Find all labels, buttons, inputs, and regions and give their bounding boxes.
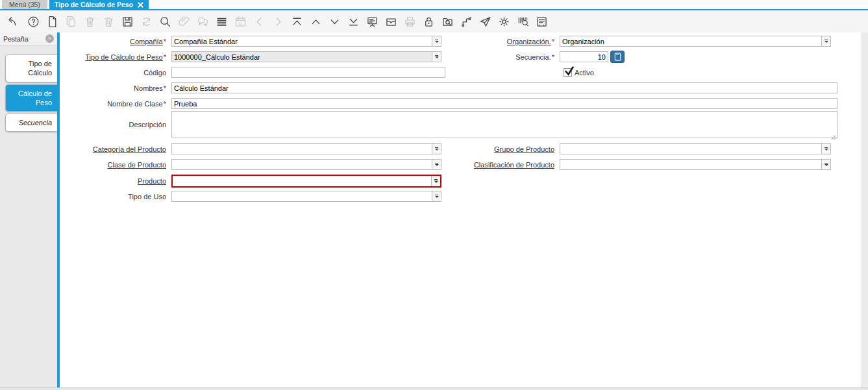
row-compania-organizacion: Compañía * Organización. *	[62, 36, 868, 47]
delete-selection-icon	[101, 14, 116, 29]
sidebar-item-calculo-de-peso[interactable]: Cálculo de Peso	[5, 84, 57, 112]
main-area: Pestaña « Tipo de Cálculo Cálculo de Pes…	[0, 32, 868, 387]
chevron-down-icon[interactable]	[432, 144, 441, 154]
compania-input[interactable]	[172, 36, 432, 46]
window-tab-bar: Menú (35) Tipo de Cálculo de Peso	[0, 0, 868, 10]
chevron-down-icon[interactable]	[821, 144, 830, 154]
tipo-uso-input[interactable]	[172, 191, 432, 201]
grid-toggle-icon[interactable]	[214, 14, 229, 29]
save-icon[interactable]	[120, 14, 134, 29]
required-asterisk: *	[164, 84, 166, 92]
row-descripcion: Descripción	[62, 111, 868, 138]
activo-checkbox-group: Activo	[564, 68, 594, 77]
compania-combobox[interactable]	[171, 36, 441, 47]
chevron-down-icon[interactable]	[821, 36, 830, 46]
required-asterisk: *	[164, 100, 166, 108]
sidebar-item-secuencia[interactable]: Secuencia	[5, 114, 57, 132]
lock-icon[interactable]	[421, 14, 436, 29]
help-icon[interactable]	[26, 14, 40, 29]
detail-record-icon	[271, 14, 285, 29]
required-asterisk: *	[552, 53, 554, 61]
nombre-clase-label: Nombre de Clase *	[62, 100, 171, 108]
row-codigo-activo: Código Activo	[62, 67, 868, 78]
sidebar-tab-list: Tipo de Cálculo Cálculo de Peso Secuenci…	[0, 45, 57, 132]
first-record-icon[interactable]	[290, 14, 304, 29]
new-record-icon[interactable]	[45, 14, 59, 29]
workflow-icon[interactable]	[459, 14, 473, 29]
last-record-icon[interactable]	[346, 14, 360, 29]
codigo-label: Código	[62, 69, 171, 77]
secuencia-label: Secuencia. *	[441, 53, 560, 61]
organizacion-combobox[interactable]	[560, 36, 831, 47]
organizacion-label: Organización. *	[441, 38, 560, 45]
record-info-icon[interactable]	[440, 14, 454, 29]
collapse-sidebar-icon[interactable]: «	[45, 34, 54, 43]
toolbar: 31	[0, 10, 868, 32]
row-tipo-calculo-secuencia: Tipo de Cálculo de Peso * Secuencia. *	[62, 51, 868, 62]
chevron-down-icon[interactable]	[432, 52, 441, 62]
codigo-input[interactable]	[171, 67, 445, 78]
chevron-down-icon[interactable]	[431, 176, 440, 186]
grupo-producto-label: Grupo de Producto	[441, 145, 560, 153]
form-panel: Compañía * Organización. *	[60, 32, 868, 387]
tipo-uso-combobox[interactable]	[171, 191, 441, 202]
grupo-producto-input[interactable]	[560, 144, 821, 154]
row-tipo-uso: Tipo de Uso	[62, 191, 868, 202]
row-producto: Producto	[62, 175, 868, 188]
activo-checkbox[interactable]	[564, 68, 572, 77]
find-icon[interactable]	[158, 14, 172, 29]
tab-tipo-de-calculo-de-peso[interactable]: Tipo de Cálculo de Peso	[49, 0, 149, 9]
tab-label: Tipo de Cálculo de Peso	[55, 1, 133, 8]
clasificacion-producto-input[interactable]	[560, 160, 821, 169]
product-info-icon[interactable]	[515, 14, 530, 29]
resize-handle-icon[interactable]	[831, 131, 836, 136]
report-icon[interactable]	[365, 14, 379, 29]
chevron-down-icon[interactable]	[432, 160, 441, 169]
sidebar-item-tipo-de-calculo[interactable]: Tipo de Cálculo	[5, 55, 57, 82]
nombre-clase-input[interactable]	[171, 98, 837, 109]
refresh-icon	[139, 14, 153, 29]
delete-record-icon	[82, 14, 97, 29]
archive-icon[interactable]	[384, 14, 398, 29]
sidebar-title: Pestaña	[3, 35, 29, 43]
clase-producto-input[interactable]	[172, 160, 432, 169]
clase-producto-combobox[interactable]	[171, 159, 441, 170]
row-nombre-clase: Nombre de Clase *	[62, 98, 868, 109]
organizacion-input[interactable]	[560, 36, 821, 46]
tipo-calculo-peso-label: Tipo de Cálculo de Peso *	[62, 53, 171, 61]
tipo-calculo-peso-input[interactable]	[172, 52, 432, 62]
compania-label: Compañía *	[62, 38, 171, 45]
nombres-input[interactable]	[171, 82, 837, 93]
report-window-icon[interactable]	[534, 14, 549, 29]
chevron-down-icon[interactable]	[432, 191, 441, 201]
calendar-icon: 31	[233, 14, 247, 29]
producto-combobox[interactable]	[171, 175, 441, 188]
clasificacion-producto-label: Clasificación de Producto	[441, 161, 560, 169]
chevron-down-icon[interactable]	[432, 36, 441, 46]
producto-input[interactable]	[173, 176, 431, 186]
close-icon[interactable]	[138, 2, 143, 8]
next-record-icon[interactable]	[327, 14, 341, 29]
secuencia-input[interactable]	[560, 51, 608, 62]
required-asterisk: *	[164, 38, 166, 45]
categoria-producto-combobox[interactable]	[171, 143, 441, 154]
activo-label: Activo	[575, 69, 594, 77]
categoria-producto-input[interactable]	[172, 144, 432, 154]
copy-record-icon	[64, 14, 78, 29]
bottom-edge	[0, 387, 868, 390]
descripcion-textarea[interactable]	[171, 111, 837, 138]
undo-icon[interactable]	[4, 14, 18, 29]
scrollbar-track[interactable]	[861, 32, 868, 387]
previous-record-icon[interactable]	[308, 14, 323, 29]
tab-menu[interactable]: Menú (35)	[2, 0, 47, 9]
tipo-calculo-peso-combobox[interactable]	[171, 51, 441, 62]
parent-record-icon	[252, 14, 266, 29]
grupo-producto-combobox[interactable]	[560, 143, 831, 154]
preference-icon[interactable]	[497, 14, 511, 29]
print-icon	[403, 14, 417, 29]
request-icon[interactable]	[478, 14, 492, 29]
clasificacion-producto-combobox[interactable]	[560, 159, 831, 170]
descripcion-field	[171, 111, 837, 138]
calculator-button[interactable]	[610, 51, 625, 63]
chevron-down-icon[interactable]	[821, 160, 830, 169]
